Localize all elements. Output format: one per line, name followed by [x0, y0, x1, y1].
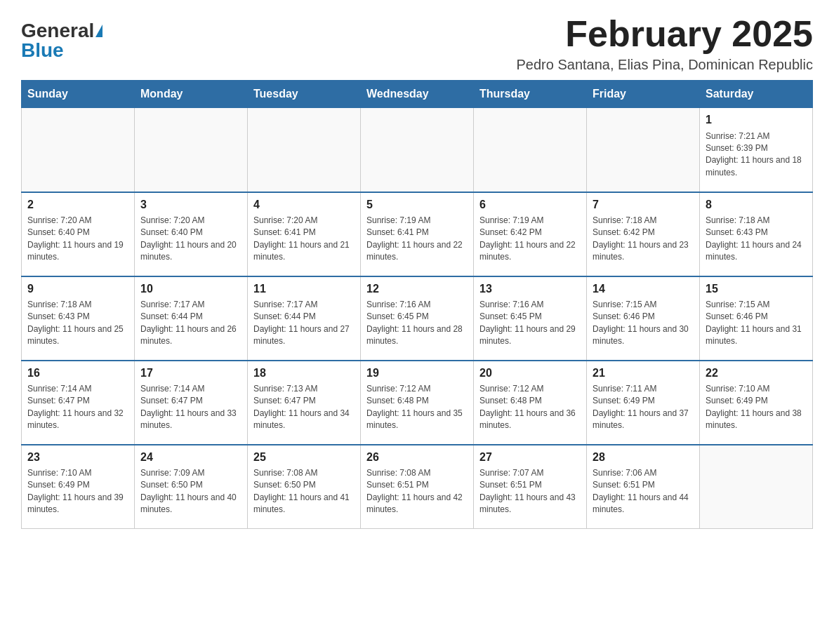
- day-number: 12: [366, 281, 468, 297]
- calendar-cell: 12Sunrise: 7:16 AMSunset: 6:45 PMDayligh…: [361, 276, 474, 361]
- calendar-cell: 28Sunrise: 7:06 AMSunset: 6:51 PMDayligh…: [587, 445, 700, 529]
- day-info: Sunrise: 7:14 AMSunset: 6:47 PMDaylight:…: [27, 383, 128, 432]
- calendar-cell: 21Sunrise: 7:11 AMSunset: 6:49 PMDayligh…: [587, 361, 700, 445]
- calendar-cell: 6Sunrise: 7:19 AMSunset: 6:42 PMDaylight…: [474, 192, 587, 276]
- calendar-cell: 18Sunrise: 7:13 AMSunset: 6:47 PMDayligh…: [248, 361, 361, 445]
- day-info: Sunrise: 7:15 AMSunset: 6:46 PMDaylight:…: [593, 299, 694, 348]
- calendar-cell: 25Sunrise: 7:08 AMSunset: 6:50 PMDayligh…: [248, 445, 361, 529]
- logo-blue-text: Blue: [21, 39, 64, 61]
- month-title: February 2025: [517, 14, 813, 54]
- weekday-header-wednesday: Wednesday: [361, 81, 474, 108]
- day-number: 9: [27, 281, 128, 297]
- day-number: 3: [140, 197, 241, 213]
- calendar-cell: 26Sunrise: 7:08 AMSunset: 6:51 PMDayligh…: [361, 445, 474, 529]
- weekday-header-row: SundayMondayTuesdayWednesdayThursdayFrid…: [22, 81, 813, 108]
- day-number: 7: [593, 197, 694, 213]
- day-number: 25: [253, 450, 355, 465]
- calendar-cell: 9Sunrise: 7:18 AMSunset: 6:43 PMDaylight…: [22, 276, 135, 361]
- day-info: Sunrise: 7:13 AMSunset: 6:47 PMDaylight:…: [253, 383, 355, 432]
- day-number: 23: [27, 450, 128, 465]
- calendar-cell: 10Sunrise: 7:17 AMSunset: 6:44 PMDayligh…: [135, 276, 248, 361]
- calendar-cell: [700, 445, 813, 529]
- calendar-week-row: 2Sunrise: 7:20 AMSunset: 6:40 PMDaylight…: [22, 192, 813, 276]
- calendar-cell: [248, 108, 361, 192]
- day-number: 28: [593, 450, 694, 465]
- day-number: 4: [253, 197, 355, 213]
- weekday-header-saturday: Saturday: [700, 81, 813, 108]
- day-number: 18: [253, 365, 355, 381]
- day-info: Sunrise: 7:11 AMSunset: 6:49 PMDaylight:…: [593, 383, 694, 432]
- calendar-cell: 7Sunrise: 7:18 AMSunset: 6:42 PMDaylight…: [587, 192, 700, 276]
- day-info: Sunrise: 7:17 AMSunset: 6:44 PMDaylight:…: [253, 299, 355, 348]
- calendar-cell: 13Sunrise: 7:16 AMSunset: 6:45 PMDayligh…: [474, 276, 587, 361]
- weekday-header-tuesday: Tuesday: [248, 81, 361, 108]
- day-info: Sunrise: 7:16 AMSunset: 6:45 PMDaylight:…: [366, 299, 468, 348]
- calendar-cell: 23Sunrise: 7:10 AMSunset: 6:49 PMDayligh…: [22, 445, 135, 529]
- weekday-header-monday: Monday: [135, 81, 248, 108]
- day-info: Sunrise: 7:21 AMSunset: 6:39 PMDaylight:…: [706, 130, 807, 180]
- calendar-cell: 19Sunrise: 7:12 AMSunset: 6:48 PMDayligh…: [361, 361, 474, 445]
- calendar-cell: [474, 108, 587, 192]
- day-info: Sunrise: 7:06 AMSunset: 6:51 PMDaylight:…: [593, 467, 694, 516]
- day-info: Sunrise: 7:08 AMSunset: 6:50 PMDaylight:…: [253, 467, 355, 516]
- day-info: Sunrise: 7:18 AMSunset: 6:42 PMDaylight:…: [593, 215, 694, 264]
- day-number: 5: [366, 197, 468, 213]
- day-number: 15: [706, 281, 807, 297]
- day-info: Sunrise: 7:20 AMSunset: 6:40 PMDaylight:…: [140, 215, 241, 264]
- calendar-cell: 17Sunrise: 7:14 AMSunset: 6:47 PMDayligh…: [135, 361, 248, 445]
- calendar-week-row: 23Sunrise: 7:10 AMSunset: 6:49 PMDayligh…: [22, 445, 813, 529]
- day-number: 6: [479, 197, 581, 213]
- weekday-header-sunday: Sunday: [22, 81, 135, 108]
- calendar-cell: 1Sunrise: 7:21 AMSunset: 6:39 PMDaylight…: [700, 108, 813, 192]
- day-info: Sunrise: 7:07 AMSunset: 6:51 PMDaylight:…: [479, 467, 581, 516]
- title-area: February 2025 Pedro Santana, Elias Pina,…: [517, 14, 813, 73]
- day-info: Sunrise: 7:09 AMSunset: 6:50 PMDaylight:…: [140, 467, 241, 516]
- calendar-cell: 22Sunrise: 7:10 AMSunset: 6:49 PMDayligh…: [700, 361, 813, 445]
- calendar-cell: 15Sunrise: 7:15 AMSunset: 6:46 PMDayligh…: [700, 276, 813, 361]
- day-info: Sunrise: 7:08 AMSunset: 6:51 PMDaylight:…: [366, 467, 468, 516]
- calendar-cell: [135, 108, 248, 192]
- calendar-cell: 3Sunrise: 7:20 AMSunset: 6:40 PMDaylight…: [135, 192, 248, 276]
- weekday-header-friday: Friday: [587, 81, 700, 108]
- weekday-header-thursday: Thursday: [474, 81, 587, 108]
- calendar-cell: 16Sunrise: 7:14 AMSunset: 6:47 PMDayligh…: [22, 361, 135, 445]
- day-info: Sunrise: 7:10 AMSunset: 6:49 PMDaylight:…: [27, 467, 128, 516]
- logo: General Blue: [21, 14, 102, 60]
- day-number: 14: [593, 281, 694, 297]
- day-info: Sunrise: 7:12 AMSunset: 6:48 PMDaylight:…: [366, 383, 468, 432]
- day-number: 21: [593, 365, 694, 381]
- day-number: 13: [479, 281, 581, 297]
- calendar-cell: 11Sunrise: 7:17 AMSunset: 6:44 PMDayligh…: [248, 276, 361, 361]
- day-info: Sunrise: 7:20 AMSunset: 6:40 PMDaylight:…: [27, 215, 128, 264]
- calendar-cell: 8Sunrise: 7:18 AMSunset: 6:43 PMDaylight…: [700, 192, 813, 276]
- day-info: Sunrise: 7:17 AMSunset: 6:44 PMDaylight:…: [140, 299, 241, 348]
- calendar-cell: [587, 108, 700, 192]
- calendar-week-row: 9Sunrise: 7:18 AMSunset: 6:43 PMDaylight…: [22, 276, 813, 361]
- day-info: Sunrise: 7:18 AMSunset: 6:43 PMDaylight:…: [27, 299, 128, 348]
- calendar-cell: 20Sunrise: 7:12 AMSunset: 6:48 PMDayligh…: [474, 361, 587, 445]
- day-info: Sunrise: 7:12 AMSunset: 6:48 PMDaylight:…: [479, 383, 581, 432]
- day-number: 27: [479, 450, 581, 465]
- day-number: 10: [140, 281, 241, 297]
- day-number: 1: [706, 112, 807, 128]
- calendar-cell: 14Sunrise: 7:15 AMSunset: 6:46 PMDayligh…: [587, 276, 700, 361]
- calendar-table: SundayMondayTuesdayWednesdayThursdayFrid…: [21, 80, 813, 529]
- calendar-week-row: 1Sunrise: 7:21 AMSunset: 6:39 PMDaylight…: [22, 108, 813, 192]
- day-info: Sunrise: 7:19 AMSunset: 6:41 PMDaylight:…: [366, 215, 468, 264]
- calendar-cell: 5Sunrise: 7:19 AMSunset: 6:41 PMDaylight…: [361, 192, 474, 276]
- day-number: 26: [366, 450, 468, 465]
- day-number: 16: [27, 365, 128, 381]
- location-subtitle: Pedro Santana, Elias Pina, Dominican Rep…: [517, 57, 813, 73]
- day-info: Sunrise: 7:18 AMSunset: 6:43 PMDaylight:…: [706, 215, 807, 264]
- day-info: Sunrise: 7:16 AMSunset: 6:45 PMDaylight:…: [479, 299, 581, 348]
- logo-triangle-icon: [95, 25, 102, 37]
- calendar-cell: [22, 108, 135, 192]
- header: General Blue February 2025 Pedro Santana…: [21, 14, 813, 73]
- day-info: Sunrise: 7:10 AMSunset: 6:49 PMDaylight:…: [706, 383, 807, 432]
- calendar-cell: 4Sunrise: 7:20 AMSunset: 6:41 PMDaylight…: [248, 192, 361, 276]
- day-number: 8: [706, 197, 807, 213]
- day-info: Sunrise: 7:15 AMSunset: 6:46 PMDaylight:…: [706, 299, 807, 348]
- day-number: 22: [706, 365, 807, 381]
- day-number: 20: [479, 365, 581, 381]
- calendar-cell: 27Sunrise: 7:07 AMSunset: 6:51 PMDayligh…: [474, 445, 587, 529]
